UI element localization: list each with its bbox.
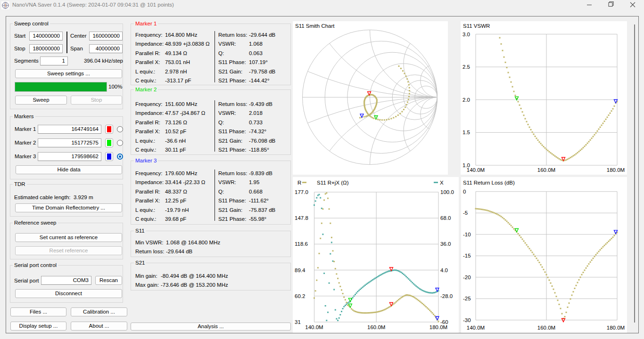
svg-text:2.5: 2.5: [462, 64, 470, 70]
svg-text:-5: -5: [463, 210, 468, 216]
svg-text:160.0M: 160.0M: [537, 325, 555, 331]
svg-text:160.0M: 160.0M: [367, 324, 385, 330]
svg-text:140.0M: 140.0M: [305, 324, 323, 330]
svg-text:-30: -30: [463, 317, 471, 323]
svg-text:4.0: 4.0: [440, 267, 448, 273]
svg-text:3.0: 3.0: [462, 32, 470, 37]
svg-text:1.5: 1.5: [462, 129, 470, 135]
svg-text:-10: -10: [463, 232, 471, 237]
svg-text:S11 R+jX (Ω): S11 R+jX (Ω): [317, 180, 349, 186]
svg-text:60.2: 60.2: [295, 293, 305, 299]
svg-text:177.0: 177.0: [295, 189, 308, 195]
svg-text:R: R: [297, 180, 301, 186]
svg-text:68.0: 68.0: [440, 215, 451, 221]
svg-text:2.0: 2.0: [462, 97, 470, 103]
svg-text:147.8: 147.8: [295, 215, 308, 221]
svg-text:S11 Smith Chart: S11 Smith Chart: [295, 23, 335, 29]
svg-text:S11 VSWR: S11 VSWR: [463, 23, 490, 29]
svg-text:160.0M: 160.0M: [537, 167, 555, 173]
svg-text:180.0M: 180.0M: [429, 324, 447, 330]
svg-text:118.6: 118.6: [295, 241, 308, 247]
svg-text:X: X: [440, 180, 444, 186]
svg-text:0: 0: [463, 189, 466, 194]
svg-text:89.4: 89.4: [295, 267, 305, 273]
svg-text:140.0M: 140.0M: [467, 325, 485, 331]
svg-text:100.0: 100.0: [440, 189, 454, 195]
svg-text:180.0M: 180.0M: [607, 325, 625, 331]
svg-text:-28.0: -28.0: [440, 293, 453, 299]
svg-text:-25: -25: [463, 296, 471, 301]
svg-text:31: 31: [295, 319, 301, 325]
svg-text:-15: -15: [463, 253, 471, 258]
svg-text:-20: -20: [463, 274, 471, 280]
svg-text:180.0M: 180.0M: [607, 167, 625, 173]
svg-text:36.0: 36.0: [440, 241, 451, 247]
svg-text:S11 Return Loss (dB): S11 Return Loss (dB): [463, 180, 515, 186]
svg-text:140.0M: 140.0M: [467, 167, 485, 173]
